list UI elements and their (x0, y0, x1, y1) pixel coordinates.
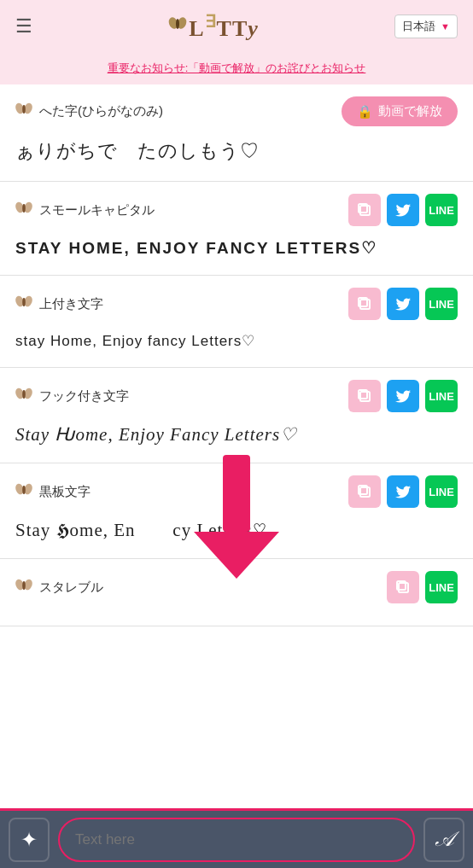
svg-point-5 (22, 105, 26, 114)
section-blackboard: 黒板文字 LINE Stay 𝕳ome, En cy Letters♡ (0, 463, 473, 559)
sparkle-icon: ✦ (20, 828, 38, 852)
section-superscript-label: 上付き文字 (39, 296, 103, 312)
bottom-bar: ✦ 𝒜 (0, 808, 473, 868)
menu-icon[interactable]: ☰ (15, 15, 32, 38)
line-label: LINE (429, 204, 454, 217)
line-button-4[interactable]: LINE (425, 475, 458, 508)
section-hook-header: フック付き文字 LINE (15, 380, 458, 412)
section-heta-preview: ぁりがちで たのしもう♡ (15, 135, 458, 167)
section-blackboard-label: 黒板文字 (39, 484, 91, 500)
twitter-button-2[interactable] (387, 288, 419, 320)
butterfly-icon-5 (15, 482, 32, 502)
logo-butterfly (168, 13, 187, 40)
svg-point-25 (22, 486, 26, 494)
section-hook-actions: LINE (348, 380, 458, 412)
butterfly-icon-3 (15, 294, 32, 314)
section-partial-actions: LINE (387, 571, 458, 603)
svg-rect-14 (360, 300, 370, 309)
section-heta-title: へた字(ひらがなのみ) (15, 102, 163, 121)
section-small-caps-preview: STAY HOME, ENJOY FANCY LETTERS♡ (15, 235, 458, 261)
section-hook-label: フック付き文字 (39, 388, 129, 405)
lang-label: 日本語 (402, 19, 435, 34)
copy-button-2[interactable] (348, 288, 381, 320)
notice-link[interactable]: 重要なお知らせ:「動画で解放」のお詫びとお知らせ (108, 61, 366, 74)
copy-button-4[interactable] (348, 475, 381, 508)
section-small-caps-actions: LINE (348, 194, 458, 226)
chevron-down-icon: ▼ (441, 21, 450, 32)
section-small-caps: スモールキャピタル LINE STAY HOME, ENJOY FANCY LE… (0, 182, 473, 276)
section-small-caps-label: スモールキャピタル (39, 202, 155, 218)
section-partial-label: スタレブル (39, 580, 103, 596)
section-heta-header: へた字(ひらがなのみ) 🔒 動画で解放 (15, 96, 458, 126)
twitter-button-3[interactable] (387, 380, 419, 412)
butterfly-icon-6 (15, 578, 32, 597)
section-partial-title: スタレブル (15, 578, 103, 597)
svg-rect-26 (360, 487, 370, 497)
butterfly-icon-4 (15, 387, 32, 406)
section-superscript: 上付き文字 LINE stay Home, Enjoy fancy Letter… (0, 276, 473, 368)
butterfly-icon-2 (15, 201, 32, 220)
notice-banner: 重要なお知らせ:「動画で解放」のお詫びとお知らせ (0, 53, 473, 84)
twitter-button[interactable] (387, 194, 419, 226)
line-button-3[interactable]: LINE (425, 380, 458, 412)
section-blackboard-header: 黒板文字 LINE (15, 475, 458, 508)
section-partial: スタレブル LINE (0, 559, 473, 626)
svg-point-30 (22, 581, 26, 590)
line-label-3: LINE (429, 390, 454, 403)
section-superscript-header: 上付き文字 LINE (15, 288, 458, 320)
line-button[interactable]: LINE (425, 194, 458, 226)
line-label-2: LINE (429, 298, 454, 311)
line-label-5: LINE (429, 581, 454, 594)
copy-button-3[interactable] (348, 380, 381, 412)
section-blackboard-actions: LINE (348, 475, 458, 508)
line-label-4: LINE (429, 486, 454, 498)
sparkle-button[interactable]: ✦ (9, 818, 50, 862)
svg-point-18 (22, 390, 26, 399)
logo-text: L∃TTy (189, 11, 259, 42)
section-hook: フック付き文字 LINE Stay Ƕome, Enjoy Fancy Lett… (0, 368, 473, 463)
text-input[interactable] (58, 818, 415, 862)
section-heta-label: へた字(ひらがなのみ) (39, 103, 163, 119)
svg-point-2 (176, 19, 179, 29)
unlock-button[interactable]: 🔒 動画で解放 (342, 96, 458, 126)
svg-point-13 (22, 298, 26, 306)
app-logo: L∃TTy (168, 11, 259, 42)
twitter-button-4[interactable] (387, 475, 419, 508)
unlock-label: 動画で解放 (378, 103, 442, 119)
line-button-5[interactable]: LINE (425, 571, 458, 603)
header: ☰ L∃TTy 日本語 ▼ (0, 0, 473, 53)
copy-button[interactable] (348, 194, 381, 226)
svg-rect-19 (360, 392, 370, 401)
section-heta: へた字(ひらがなのみ) 🔒 動画で解放 ぁりがちで たのしもう♡ (0, 84, 473, 182)
svg-rect-31 (399, 583, 408, 592)
section-hook-title: フック付き文字 (15, 387, 129, 406)
lock-icon: 🔒 (357, 104, 373, 119)
section-small-caps-header: スモールキャピタル LINE (15, 194, 458, 226)
section-superscript-title: 上付き文字 (15, 294, 103, 314)
section-blackboard-preview: Stay 𝕳ome, En cy Letters♡ (15, 516, 458, 545)
section-superscript-actions: LINE (348, 288, 458, 320)
section-small-caps-title: スモールキャピタル (15, 201, 155, 220)
copy-button-5[interactable] (387, 571, 419, 603)
svg-rect-9 (360, 206, 370, 215)
section-hook-preview: Stay Ƕome, Enjoy Fancy Letters♡ (15, 421, 458, 449)
butterfly-icon (15, 102, 32, 121)
font-style-button[interactable]: 𝒜 (423, 818, 464, 862)
language-selector[interactable]: 日本語 ▼ (394, 15, 458, 38)
svg-point-8 (22, 204, 26, 213)
line-button-2[interactable]: LINE (425, 288, 458, 320)
font-icon: 𝒜 (435, 828, 453, 851)
section-blackboard-title: 黒板文字 (15, 482, 91, 502)
section-superscript-preview: stay Home, Enjoy fancy Letters♡ (15, 329, 458, 353)
section-partial-header: スタレブル LINE (15, 571, 458, 603)
